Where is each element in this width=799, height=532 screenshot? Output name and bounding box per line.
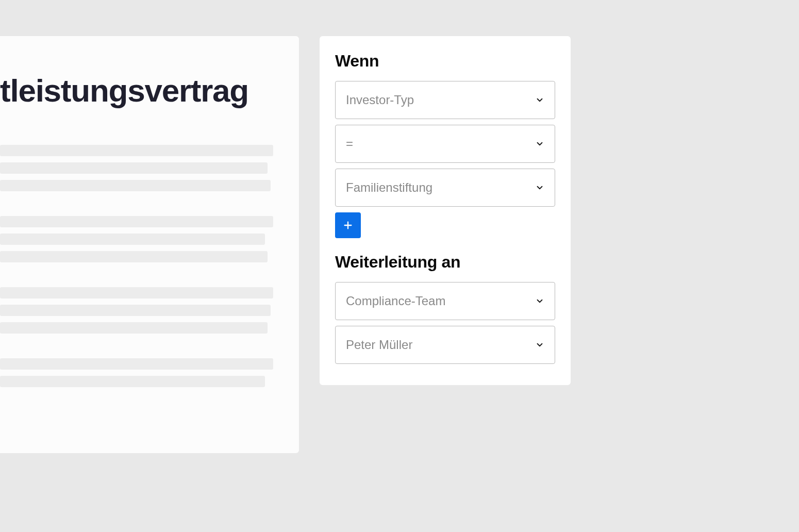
chevron-down-icon: [535, 340, 544, 350]
select-value: Investor-Typ: [346, 93, 414, 107]
placeholder-paragraph: [0, 358, 273, 387]
placeholder-line: [0, 216, 273, 227]
placeholder-paragraph: [0, 145, 273, 191]
select-value: =: [346, 137, 353, 151]
document-preview-panel: tleistungsvertrag: [0, 36, 299, 453]
placeholder-line: [0, 251, 268, 262]
select-value: Familienstiftung: [346, 180, 432, 195]
select-value: Compliance-Team: [346, 294, 445, 308]
chevron-down-icon: [535, 296, 544, 306]
routing-person-select[interactable]: Peter Müller: [335, 326, 555, 364]
placeholder-line: [0, 162, 268, 174]
select-value: Peter Müller: [346, 338, 412, 352]
document-title: tleistungsvertrag: [0, 72, 273, 109]
condition-value-select[interactable]: Familienstiftung: [335, 169, 555, 207]
placeholder-line: [0, 180, 271, 191]
placeholder-line: [0, 358, 273, 370]
condition-field-select[interactable]: Investor-Typ: [335, 81, 555, 119]
condition-operator-select[interactable]: =: [335, 125, 555, 163]
chevron-down-icon: [535, 139, 544, 148]
chevron-down-icon: [535, 95, 544, 105]
chevron-down-icon: [535, 183, 544, 192]
placeholder-paragraph: [0, 216, 273, 262]
placeholder-line: [0, 376, 265, 387]
placeholder-line: [0, 305, 271, 316]
condition-heading: Wenn: [335, 52, 555, 71]
placeholder-line: [0, 287, 273, 298]
add-condition-button[interactable]: [335, 212, 361, 238]
placeholder-line: [0, 145, 273, 156]
placeholder-line: [0, 322, 268, 334]
placeholder-line: [0, 234, 265, 245]
routing-heading: Weiterleitung an: [335, 253, 555, 272]
placeholder-paragraph: [0, 287, 273, 334]
routing-rules-panel: Wenn Investor-Typ = Familienstiftung Wei…: [320, 36, 571, 385]
routing-team-select[interactable]: Compliance-Team: [335, 282, 555, 320]
